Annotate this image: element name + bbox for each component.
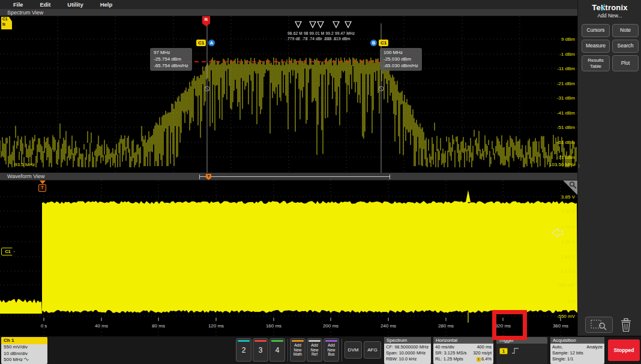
panel-splitter-handle[interactable]: ⁝ <box>578 164 580 167</box>
status-bar: Ch 1 550 mV/div 10 dBm/div 500 MHz 2 3 4… <box>0 336 641 364</box>
acquisition-mode: Auto, <box>552 344 563 350</box>
cursor-b-power: -25.030 dBm <box>384 56 418 63</box>
cursor-b-freq: 100 MHz <box>384 50 418 56</box>
trigger-level-arrow-icon[interactable] <box>551 228 563 237</box>
dvm-button[interactable]: DVM <box>345 341 362 359</box>
minimap-right-bracket <box>390 175 390 179</box>
wave-x-label-9: 360 ms <box>547 323 574 329</box>
horizontal-position-minimap[interactable]: T <box>199 175 390 179</box>
spec-start-freq-label: 93.5 MHz <box>14 162 35 167</box>
wave-x-label-7: 280 ms <box>433 323 459 329</box>
channel-2-color-stripe <box>238 340 250 342</box>
spectrum-view-title-label: Spectrum View <box>7 10 43 16</box>
wave-y-label-6: 550 mV <box>539 282 575 288</box>
spectrum-plot[interactable]: C1 N R 98.62 M 98 99.01 M 99.2 99.47 MHz… <box>0 16 577 173</box>
cursor-b-readout: 100 MHz -25.030 dBm -65.030 dBm/Hz <box>380 48 422 71</box>
channel-1-bandwidth: 500 MHz <box>1 357 47 363</box>
spec-y-label-3: -21 dBm <box>539 81 575 86</box>
spectrum-view-title: Spectrum View <box>0 9 577 16</box>
wave-x-label-3: 120 ms <box>203 323 229 329</box>
spectrum-rbw: RBW: 10.0 kHz <box>386 356 429 362</box>
waveform-canvas[interactable] <box>0 181 577 336</box>
horizontal-settings-panel[interactable]: Horizontal 40 ms/div400 ms SR: 3.125 MS/… <box>433 337 493 364</box>
trigger-position-marker[interactable]: T <box>38 181 47 193</box>
peak-markers-ampl-text: .779 dE .78 .74 dBr .888 .819 dBm <box>286 37 351 41</box>
acquisition-sample: Sample: 12 bits <box>552 350 603 356</box>
menu-utility[interactable]: Utility <box>67 1 83 8</box>
cursor-b-badge[interactable]: B <box>370 40 377 46</box>
cursor-b-channel-badge[interactable]: C1 <box>379 40 388 46</box>
horizontal-rl: RL: 1.25 Mpts <box>435 356 463 362</box>
spec-y-label-0: 9 dBm <box>539 37 575 42</box>
caution-icon: ! <box>477 357 481 362</box>
wave-y-label-8: -550 mV <box>539 314 575 319</box>
channel-1-scale: 550 mV/div <box>1 344 47 351</box>
wave-x-label-5: 200 ms <box>317 323 344 329</box>
wave-x-label-0: 0 s <box>31 323 57 329</box>
statusbar-divider-2 <box>342 339 342 362</box>
add-new-bus-button[interactable]: Add New Bus <box>324 338 339 362</box>
horizontal-panel-title: Horizontal <box>433 337 493 344</box>
add-new-math-button[interactable]: Add New Math <box>290 338 305 362</box>
minimap-trigger-marker[interactable]: T <box>206 174 211 180</box>
wave-y-label-1: 3.30 V <box>539 209 575 214</box>
spectrum-panel-title: Spectrum <box>384 337 431 344</box>
add-new-ref-button[interactable]: Add New Ref <box>307 338 322 362</box>
spectrum-settings-panel[interactable]: Spectrum CF: 98.5000000 MHz Span: 10.000… <box>384 337 431 364</box>
acquisition-panel-title: Acquisition <box>550 337 604 344</box>
cursor-a-readout: 97 MHz -25.754 dBm -65.754 dBm/Hz <box>150 48 192 71</box>
channel-4-color-stripe <box>271 340 283 342</box>
zoom-select-button[interactable] <box>585 317 613 333</box>
ref-color-stripe <box>308 340 320 342</box>
trigger-settings-panel[interactable]: Trigger 1 <box>496 337 547 364</box>
wave-x-label-4: 160 ms <box>260 323 287 329</box>
wave-y-label-0: 3.85 V <box>539 194 575 200</box>
horizontal-sr: SR: 3.125 MS/s <box>435 350 467 356</box>
note-button[interactable]: Note <box>612 24 639 37</box>
channel-1-panel[interactable]: Ch 1 550 mV/div 10 dBm/div 500 MHz <box>1 337 47 364</box>
spec-y-label-7: -61 dBm <box>539 140 575 145</box>
cursors-button[interactable]: Cursors <box>582 24 610 37</box>
waveform-view-title: Waveform View T <box>0 173 577 181</box>
menu-file[interactable]: File <box>13 1 23 8</box>
measure-button[interactable]: Measure <box>582 40 610 53</box>
menu-help[interactable]: Help <box>100 1 113 8</box>
statusbar-divider-1 <box>287 339 288 362</box>
waveform-plot[interactable]: T C1 3.85 V 3.30 V 2.75 V 2.20 V 1.65 V … <box>0 181 577 336</box>
stopped-button[interactable]: Stopped <box>608 339 640 361</box>
results-table-button[interactable]: Results Table <box>582 55 610 71</box>
bus-color-stripe <box>325 340 337 342</box>
acquisition-settings-panel[interactable]: Acquisition Auto,Analyze Sample: 12 bits… <box>550 337 604 364</box>
cursor-b-density: -65.030 dBm/Hz <box>384 63 418 70</box>
channel-3-button[interactable]: 3 <box>253 338 268 362</box>
bandwidth-icon <box>24 357 29 361</box>
afg-button[interactable]: AFG <box>364 341 381 359</box>
spec-y-label-6: -51 dBm <box>539 125 575 130</box>
oscilloscope-app: File Edit Utility Help Spectrum View C1 … <box>0 0 641 364</box>
spectrum-reference-marker-label: R <box>205 17 208 22</box>
wave-x-label-1: 40 ms <box>88 323 115 329</box>
channel-3-color-stripe <box>254 340 266 342</box>
search-button[interactable]: Search <box>612 40 639 53</box>
minimap-track <box>199 176 390 177</box>
spectrum-channel-badge-mode: N <box>2 22 12 28</box>
waveform-channel-badge[interactable]: C1 <box>1 248 14 255</box>
cursor-a-channel-badge[interactable]: C1 <box>196 40 206 46</box>
channel-4-button[interactable]: 4 <box>269 338 285 362</box>
waveform-view-title-label: Waveform View <box>7 173 45 179</box>
cursor-a-freq: 97 MHz <box>154 50 188 56</box>
trash-icon <box>620 318 632 332</box>
waveform-view-panel: Waveform View T T C1 3.85 V 3.30 V 2.75 … <box>0 173 577 336</box>
menu-edit[interactable]: Edit <box>40 1 50 8</box>
plot-button[interactable]: Plot <box>612 55 639 71</box>
cursor-a-badge[interactable]: A <box>208 40 215 46</box>
cursor-a-density: -65.754 dBm/Hz <box>154 63 188 70</box>
menu-bar: File Edit Utility Help <box>0 0 577 9</box>
math-color-stripe <box>292 340 304 342</box>
magnifier-icon <box>569 181 577 189</box>
rising-edge-icon <box>511 347 520 354</box>
channel-2-button[interactable]: 2 <box>236 338 251 362</box>
channel-1-title: Ch 1 <box>1 337 47 344</box>
spec-y-label-1: -1 dBm <box>539 52 575 57</box>
trash-button[interactable] <box>618 316 634 333</box>
